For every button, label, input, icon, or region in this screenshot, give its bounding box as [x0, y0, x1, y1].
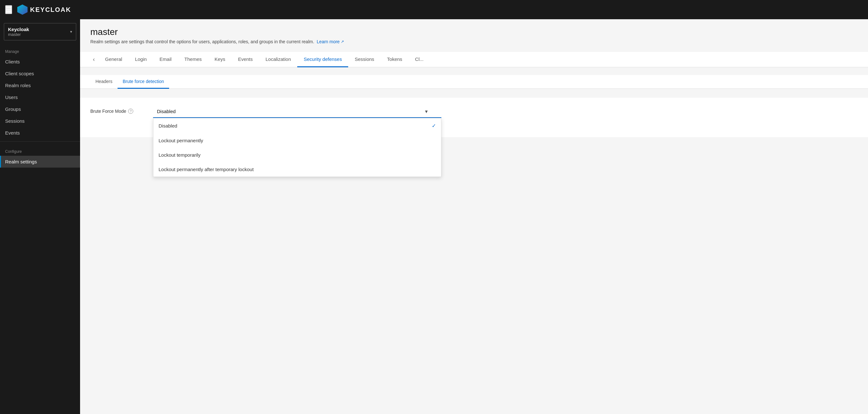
tab-email[interactable]: Email — [153, 52, 178, 67]
mode-label-text: Brute Force Mode — [90, 109, 126, 114]
sub-tabs: Headers Brute force detection — [80, 75, 868, 89]
sidebar-item-clients[interactable]: Clients — [0, 56, 80, 68]
option-disabled[interactable]: Disabled ✓ — [153, 118, 441, 133]
option-lockout-permanently[interactable]: Lockout permanently — [153, 133, 441, 148]
sidebar-item-users[interactable]: Users — [0, 91, 80, 103]
option-disabled-check-icon: ✓ — [432, 123, 436, 129]
main-tabs: ‹ General Login Email Themes Keys Events… — [80, 52, 868, 67]
description-text: Realm settings are settings that control… — [90, 39, 314, 44]
option-lockout-temporarily[interactable]: Lockout temporarily — [153, 148, 441, 162]
tab-general[interactable]: General — [99, 52, 128, 67]
realm-info: Keycloak master — [8, 27, 29, 37]
select-value: Disabled — [157, 109, 176, 114]
external-link-icon: ↗ — [341, 39, 344, 44]
brute-force-dropdown-menu: Disabled ✓ Lockout permanently Lockout t… — [153, 118, 441, 177]
logo-key: KEY — [30, 6, 45, 13]
client-scopes-label: Client scopes — [5, 71, 34, 76]
tab-themes[interactable]: Themes — [178, 52, 208, 67]
option-lockout-permanently-label: Lockout permanently — [159, 138, 203, 143]
select-chevron-icon: ▼ — [424, 109, 429, 114]
hamburger-button[interactable]: ☰ — [5, 5, 12, 14]
manage-section-label: Manage — [0, 44, 80, 56]
tab-keys[interactable]: Keys — [208, 52, 231, 67]
navbar: ☰ KEYCLOAK — [0, 0, 868, 19]
realm-chevron-icon: ▾ — [70, 29, 72, 34]
brute-force-mode-select-wrapper: Disabled ▼ Disabled ✓ Lockout permanentl… — [153, 106, 441, 118]
brute-force-mode-select[interactable]: Disabled ▼ — [153, 106, 441, 118]
sidebar-item-events[interactable]: Events — [0, 127, 80, 139]
realm-selector[interactable]: Keycloak master ▾ — [4, 23, 76, 40]
learn-more-link[interactable]: Learn more ↗ — [317, 39, 344, 44]
logo-cloak: CLOAK — [45, 6, 71, 13]
configure-section-label: Configure — [0, 144, 80, 156]
sidebar-divider — [0, 141, 80, 142]
brute-force-mode-row: Brute Force Mode ? Disabled ▼ Disabled ✓ — [90, 106, 858, 118]
keycloak-logo-icon — [17, 4, 28, 15]
realm-name: Keycloak — [8, 27, 29, 32]
sidebar-item-client-scopes[interactable]: Client scopes — [0, 68, 80, 80]
option-lockout-permanently-after-temp-label: Lockout permanently after temporary lock… — [159, 167, 254, 172]
learn-more-text: Learn more — [317, 39, 340, 44]
groups-label: Groups — [5, 107, 21, 112]
sidebar-item-groups[interactable]: Groups — [0, 103, 80, 115]
option-disabled-label: Disabled — [159, 123, 177, 128]
option-lockout-permanently-after-temp[interactable]: Lockout permanently after temporary lock… — [153, 162, 441, 177]
tab-login[interactable]: Login — [128, 52, 153, 67]
main-content: master Realm settings are settings that … — [80, 19, 868, 414]
help-icon[interactable]: ? — [128, 109, 133, 114]
brute-force-mode-label: Brute Force Mode ? — [90, 106, 148, 114]
page-description: Realm settings are settings that control… — [90, 39, 858, 44]
sidebar-item-realm-settings[interactable]: Realm settings — [0, 156, 80, 168]
realm-roles-label: Realm roles — [5, 83, 31, 88]
tab-events[interactable]: Events — [231, 52, 259, 67]
content-area: Brute Force Mode ? Disabled ▼ Disabled ✓ — [80, 98, 868, 137]
tab-client-policies[interactable]: Cl... — [409, 52, 430, 67]
tab-localization[interactable]: Localization — [259, 52, 297, 67]
tab-sessions[interactable]: Sessions — [348, 52, 380, 67]
app-layout: Keycloak master ▾ Manage Clients Client … — [0, 19, 868, 414]
sub-tab-brute-force[interactable]: Brute force detection — [118, 75, 169, 89]
brute-force-form: Brute Force Mode ? Disabled ▼ Disabled ✓ — [90, 106, 858, 129]
tab-security-defenses[interactable]: Security defenses — [297, 52, 348, 67]
users-label: Users — [5, 94, 18, 100]
realm-sub: master — [8, 32, 29, 37]
keycloak-logo-text: KEYCLOAK — [30, 6, 71, 13]
logo-area: KEYCLOAK — [17, 4, 71, 15]
events-label: Events — [5, 130, 20, 136]
clients-label: Clients — [5, 59, 20, 64]
option-lockout-temporarily-label: Lockout temporarily — [159, 152, 200, 158]
tab-tokens[interactable]: Tokens — [380, 52, 409, 67]
tab-scroll-left-button[interactable]: ‹ — [90, 55, 97, 64]
page-title: master — [90, 27, 858, 37]
realm-settings-label: Realm settings — [5, 159, 37, 165]
sidebar-item-realm-roles[interactable]: Realm roles — [0, 80, 80, 91]
sidebar-item-sessions[interactable]: Sessions — [0, 115, 80, 127]
sessions-label: Sessions — [5, 118, 25, 124]
sidebar: Keycloak master ▾ Manage Clients Client … — [0, 19, 80, 414]
sub-tab-headers[interactable]: Headers — [90, 75, 118, 89]
